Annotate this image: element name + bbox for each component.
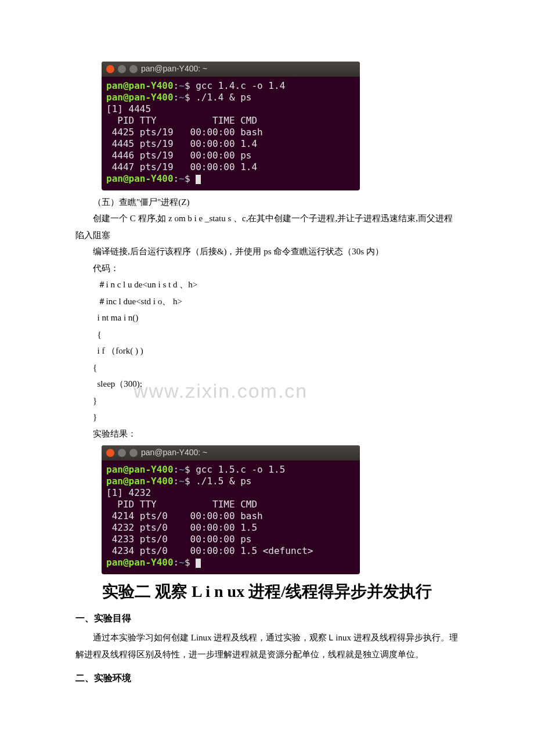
code-line: i f （fork( ) ) (98, 343, 459, 359)
prompt-user: pan@pan-Y400 (106, 80, 174, 91)
paragraph: 编译链接,后台运行该程序（后接&)，并使用 ps 命令查瞧运行状态（30s 内） (75, 243, 459, 260)
section-five-title: （五）查瞧"僵尸"进程(Z) (93, 194, 459, 211)
code-line: ＃i n c l u de<un i s t d 、h> (98, 276, 459, 293)
document-page: pan@pan-Y400: ~ pan@pan-Y400:~$ gcc 1.4.… (0, 0, 534, 724)
terminal-title: pan@pan-Y400: ~ (141, 448, 207, 458)
ps-row: 4234 pts/0 00:00:00 1.5 <defunct> (106, 545, 313, 556)
prompt-user: pan@pan-Y400 (106, 557, 174, 568)
job-line: [1] 4445 (106, 103, 151, 114)
terminal-titlebar: pan@pan-Y400: ~ (102, 62, 360, 77)
cmd-text: gcc 1.5.c -o 1.5 (196, 464, 285, 475)
ps-header: PID TTY TIME CMD (106, 499, 257, 510)
section-heading-purpose: 一、实验目得 (75, 610, 459, 627)
prompt-user: pan@pan-Y400 (106, 464, 174, 475)
code-line: { (93, 359, 459, 376)
code-label: 代码： (93, 260, 459, 277)
terminal-body: pan@pan-Y400:~$ gcc 1.4.c -o 1.4 pan@pan… (102, 77, 360, 190)
cmd-text: ./1.4 & ps (196, 92, 251, 103)
prompt-user: pan@pan-Y400 (106, 476, 174, 487)
paragraph: 通过本实验学习如何创建 Linux 进程及线程，通过实验，观察Ｌinux 进程及… (75, 629, 459, 663)
code-line: } (93, 393, 459, 409)
ps-row: 4425 pts/19 00:00:00 bash (106, 127, 263, 138)
prompt-path: ~ (179, 173, 185, 184)
section-heading-environment: 二、实验环境 (75, 669, 459, 687)
ps-row: 4445 pts/19 00:00:00 1.4 (106, 138, 257, 149)
ps-row: 4233 pts/0 00:00:00 ps (106, 534, 251, 545)
result-label: 实验结果： (93, 426, 459, 442)
maximize-icon (129, 449, 138, 457)
code-line: i nt ma i n() (98, 309, 459, 326)
experiment2-title: 实验二 观察 L i n ux 进程/线程得异步并发执行 (75, 580, 459, 603)
paragraph: 创建一个 C 程序,如 z om b i e _statu s 、c,在其中创建… (75, 210, 459, 243)
ps-row: 4232 pts/0 00:00:00 1.5 (106, 522, 257, 533)
ps-row: 4447 pts/19 00:00:00 1.4 (106, 161, 257, 172)
prompt-path: ~ (179, 92, 185, 103)
cmd-text: ./1.5 & ps (196, 476, 251, 487)
close-icon (106, 65, 114, 73)
ps-row: 4214 pts/0 00:00:00 bash (106, 510, 263, 521)
terminal-screenshot-1: pan@pan-Y400: ~ pan@pan-Y400:~$ gcc 1.4.… (102, 62, 360, 190)
job-line: [1] 4232 (106, 487, 151, 498)
prompt-path: ~ (179, 557, 185, 568)
cursor-icon (196, 175, 201, 184)
prompt-path: ~ (179, 476, 185, 487)
prompt-user: pan@pan-Y400 (106, 173, 174, 184)
cursor-icon (196, 559, 201, 568)
terminal-titlebar: pan@pan-Y400: ~ (102, 445, 360, 460)
terminal-body: pan@pan-Y400:~$ gcc 1.5.c -o 1.5 pan@pan… (102, 460, 360, 574)
code-line: { (98, 326, 459, 343)
code-line: } (93, 409, 459, 426)
terminal-screenshot-2: pan@pan-Y400: ~ pan@pan-Y400:~$ gcc 1.5.… (102, 445, 360, 574)
minimize-icon (118, 65, 126, 73)
minimize-icon (118, 449, 126, 457)
prompt-path: ~ (179, 464, 185, 475)
cmd-text: gcc 1.4.c -o 1.4 (196, 80, 285, 91)
ps-header: PID TTY TIME CMD (106, 115, 257, 126)
terminal-title: pan@pan-Y400: ~ (141, 64, 207, 74)
code-line: sleep（300); (98, 376, 459, 393)
code-line: ＃inc l due<std i o、 h> (98, 293, 459, 310)
prompt-user: pan@pan-Y400 (106, 92, 174, 103)
prompt-path: ~ (179, 80, 185, 91)
ps-row: 4446 pts/19 00:00:00 ps (106, 150, 251, 161)
maximize-icon (129, 65, 138, 73)
close-icon (106, 449, 114, 457)
